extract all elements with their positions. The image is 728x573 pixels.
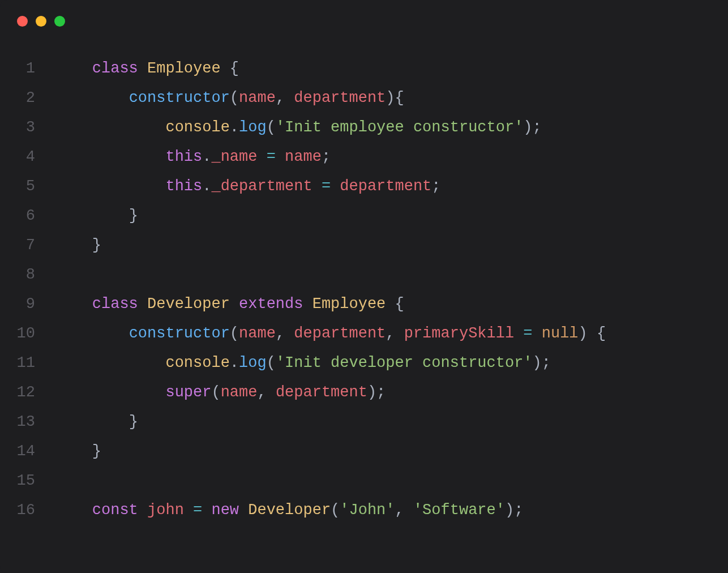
- code-line[interactable]: 8: [0, 260, 728, 289]
- token-punct: [331, 178, 340, 195]
- token-punct: );: [367, 384, 386, 401]
- token-prop: _department: [211, 178, 312, 195]
- token-op: =: [523, 325, 532, 342]
- token-fn: constructor: [129, 89, 230, 106]
- token-param: name: [221, 384, 258, 401]
- token-kw: new: [211, 502, 239, 519]
- token-punct: ;: [431, 178, 440, 195]
- indent: [55, 148, 165, 165]
- token-param: name: [239, 325, 276, 342]
- token-punct: [138, 60, 147, 77]
- code-content[interactable]: console.log('Init developer constructor'…: [55, 348, 551, 378]
- token-cls: Developer: [248, 502, 331, 519]
- token-punct: ,: [386, 325, 404, 342]
- line-number: 12: [0, 378, 55, 407]
- code-line[interactable]: 5 this._department = department;: [0, 172, 728, 201]
- line-number: 1: [0, 54, 55, 83]
- code-line[interactable]: 10 constructor(name, department, primary…: [0, 319, 728, 348]
- token-punct: .: [230, 119, 239, 136]
- indent: [55, 443, 92, 460]
- line-number: 10: [0, 319, 55, 348]
- code-content[interactable]: constructor(name, department, primarySki…: [55, 319, 606, 348]
- code-content[interactable]: }: [55, 407, 138, 437]
- code-content[interactable]: class Developer extends Employee {: [55, 289, 404, 319]
- token-punct: [312, 178, 322, 195]
- token-punct: ,: [395, 502, 413, 519]
- token-kw: extends: [239, 296, 303, 313]
- line-number: 2: [0, 83, 55, 113]
- token-punct: }: [92, 443, 101, 460]
- line-number: 8: [0, 260, 55, 289]
- token-cls: Developer: [147, 296, 230, 313]
- token-kw: super: [165, 384, 211, 401]
- indent: [55, 325, 129, 342]
- token-punct: .: [202, 178, 211, 195]
- indent: [55, 89, 129, 106]
- code-line[interactable]: 1 class Employee {: [0, 54, 728, 83]
- token-kw: const: [92, 502, 138, 519]
- code-content[interactable]: this._name = name;: [55, 142, 331, 172]
- token-param: department: [294, 89, 386, 106]
- token-op: =: [267, 148, 276, 165]
- token-cls: Employee: [147, 60, 221, 77]
- close-icon[interactable]: [17, 16, 28, 27]
- code-line[interactable]: 15: [0, 466, 728, 495]
- code-line[interactable]: 3 console.log('Init employee constructor…: [0, 113, 728, 142]
- token-kw: class: [92, 60, 138, 77]
- code-content[interactable]: }: [55, 230, 101, 260]
- token-str: 'Init developer constructor': [276, 354, 533, 371]
- token-punct: [257, 148, 266, 165]
- code-content[interactable]: console.log('Init employee constructor')…: [55, 113, 542, 142]
- code-content[interactable]: constructor(name, department){: [55, 83, 404, 113]
- code-content[interactable]: class Employee {: [55, 54, 239, 83]
- token-punct: [514, 325, 523, 342]
- code-line[interactable]: 7 }: [0, 230, 728, 260]
- code-line[interactable]: 2 constructor(name, department){: [0, 83, 728, 113]
- token-punct: }: [129, 207, 138, 224]
- code-editor[interactable]: 1 class Employee {2 constructor(name, de…: [0, 27, 728, 525]
- code-line[interactable]: 16 const john = new Developer('John', 'S…: [0, 495, 728, 525]
- code-line[interactable]: 6 }: [0, 201, 728, 230]
- code-line[interactable]: 4 this._name = name;: [0, 142, 728, 172]
- code-line[interactable]: 12 super(name, department);: [0, 378, 728, 407]
- minimize-icon[interactable]: [36, 16, 46, 27]
- token-fn: constructor: [129, 325, 230, 342]
- code-line[interactable]: 13 }: [0, 407, 728, 437]
- code-content[interactable]: }: [55, 437, 101, 466]
- line-number: 14: [0, 437, 55, 466]
- token-param: john: [147, 502, 184, 519]
- token-str: 'Init employee constructor': [276, 119, 523, 136]
- token-lit: null: [542, 325, 579, 342]
- code-content[interactable]: }: [55, 201, 138, 230]
- indent: [55, 354, 165, 371]
- indent: [55, 119, 165, 136]
- code-content[interactable]: this._department = department;: [55, 172, 441, 201]
- code-line[interactable]: 14 }: [0, 437, 728, 466]
- token-punct: {: [386, 296, 404, 313]
- token-obj: console: [165, 119, 229, 136]
- line-number: 9: [0, 289, 55, 319]
- token-punct: ) {: [579, 325, 606, 342]
- token-punct: [202, 502, 211, 519]
- token-prop: _name: [211, 148, 257, 165]
- code-line[interactable]: 9 class Developer extends Employee {: [0, 289, 728, 319]
- token-punct: ,: [276, 89, 294, 106]
- token-punct: (: [267, 119, 276, 136]
- token-punct: .: [230, 354, 239, 371]
- line-number: 5: [0, 172, 55, 201]
- token-param: primarySkill: [404, 325, 514, 342]
- indent: [55, 413, 129, 430]
- token-kw: this: [165, 178, 202, 195]
- indent: [55, 502, 92, 519]
- line-number: 11: [0, 348, 55, 378]
- line-number: 6: [0, 201, 55, 230]
- token-fn: log: [239, 354, 267, 371]
- code-line[interactable]: 11 console.log('Init developer construct…: [0, 348, 728, 378]
- token-punct: .: [202, 148, 211, 165]
- token-punct: [276, 148, 285, 165]
- token-punct: [138, 296, 147, 313]
- token-punct: (: [211, 384, 220, 401]
- code-content[interactable]: const john = new Developer('John', 'Soft…: [55, 495, 523, 525]
- code-content[interactable]: super(name, department);: [55, 378, 386, 407]
- zoom-icon[interactable]: [54, 16, 65, 27]
